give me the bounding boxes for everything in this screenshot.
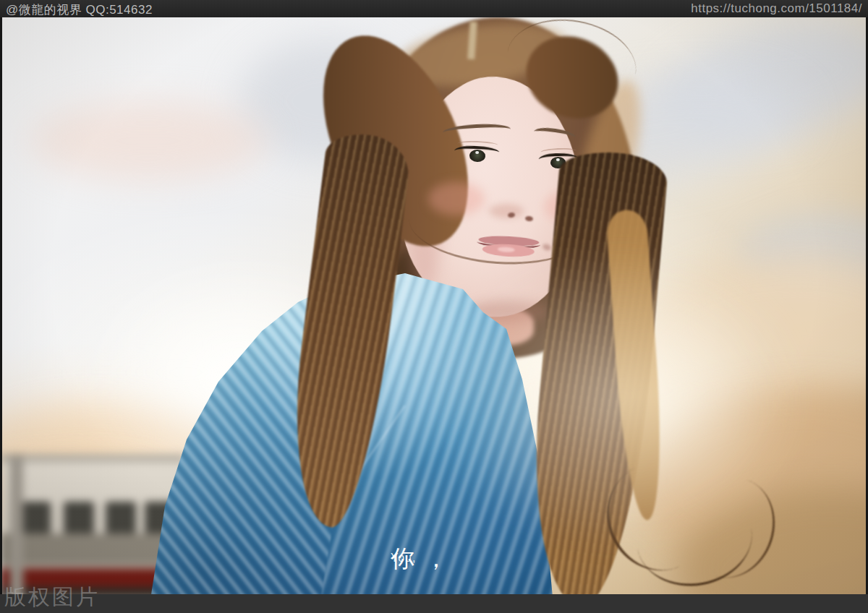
eye-left: [454, 145, 500, 166]
caption-sub: You,: [391, 552, 416, 565]
smiling-mouth: [475, 233, 543, 262]
blush-left: [428, 182, 485, 215]
left-frame-edge: [0, 17, 2, 594]
author-watermark: @微龍的视界 QQ:514632: [6, 1, 153, 18]
pole: [10, 454, 23, 599]
bottom-letterbox-bar: [0, 594, 868, 613]
train-window: [64, 502, 94, 535]
train-window: [106, 502, 136, 535]
url-watermark: https://tuchong.com/1501184/: [691, 1, 862, 16]
train-window: [20, 502, 51, 535]
photo-frame: @微龍的视界 QQ:514632 https://tuchong.com/150…: [0, 0, 868, 613]
copyright-watermark: 版权图片: [4, 583, 100, 612]
cloud-wisp: [29, 101, 268, 181]
